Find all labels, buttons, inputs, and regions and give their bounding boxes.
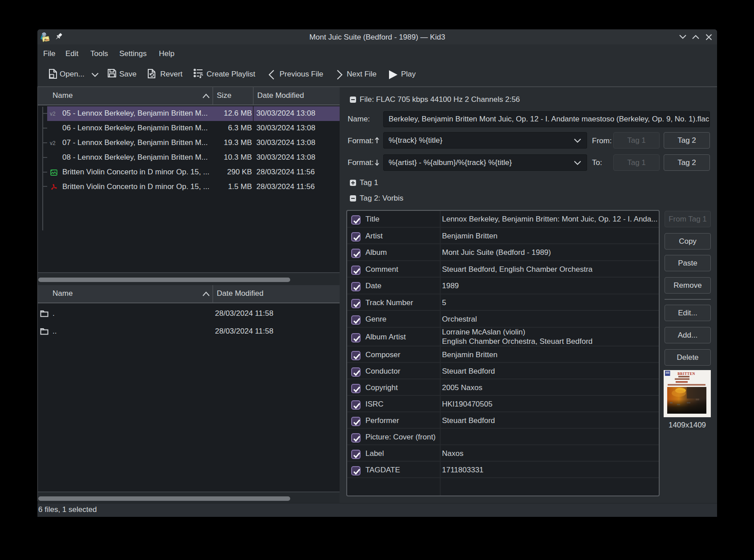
svg-text:BRITTEN: BRITTEN: [677, 372, 695, 376]
